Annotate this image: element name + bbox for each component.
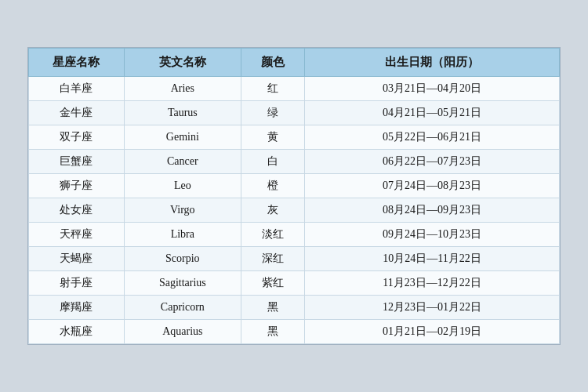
- cell-en: Capricorn: [124, 296, 241, 320]
- cell-date: 05月22日—06月21日: [305, 125, 560, 150]
- cell-en: Aries: [124, 77, 241, 101]
- cell-color: 绿: [241, 101, 304, 125]
- table-row: 白羊座Aries红03月21日—04月20日: [29, 77, 560, 101]
- cell-en: Scorpio: [124, 247, 241, 271]
- cell-zh: 巨蟹座: [29, 150, 125, 174]
- cell-color: 深红: [241, 247, 304, 271]
- table-row: 双子座Gemini黄05月22日—06月21日: [29, 125, 560, 150]
- table-row: 射手座Sagittarius紫红11月23日—12月22日: [29, 271, 560, 296]
- cell-date: 08月24日—09月23日: [305, 198, 560, 223]
- cell-color: 红: [241, 77, 304, 101]
- table-row: 狮子座Leo橙07月24日—08月23日: [29, 174, 560, 198]
- cell-color: 紫红: [241, 271, 304, 296]
- cell-en: Sagittarius: [124, 271, 241, 296]
- cell-zh: 天蝎座: [29, 247, 125, 271]
- cell-color: 黄: [241, 125, 304, 150]
- cell-en: Leo: [124, 174, 241, 198]
- header-zh: 星座名称: [29, 49, 125, 77]
- cell-date: 03月21日—04月20日: [305, 77, 560, 101]
- table-row: 巨蟹座Cancer白06月22日—07月23日: [29, 150, 560, 174]
- cell-en: Virgo: [124, 198, 241, 223]
- cell-en: Taurus: [124, 101, 241, 125]
- table-row: 摩羯座Capricorn黑12月23日—01月22日: [29, 296, 560, 320]
- cell-zh: 摩羯座: [29, 296, 125, 320]
- cell-en: Gemini: [124, 125, 241, 150]
- cell-zh: 天秤座: [29, 223, 125, 247]
- cell-date: 09月24日—10月23日: [305, 223, 560, 247]
- cell-date: 10月24日—11月22日: [305, 247, 560, 271]
- table-row: 天秤座Libra淡红09月24日—10月23日: [29, 223, 560, 247]
- cell-date: 07月24日—08月23日: [305, 174, 560, 198]
- table-header-row: 星座名称 英文名称 颜色 出生日期（阳历）: [29, 49, 560, 77]
- cell-zh: 水瓶座: [29, 320, 125, 344]
- cell-zh: 射手座: [29, 271, 125, 296]
- cell-zh: 金牛座: [29, 101, 125, 125]
- cell-zh: 处女座: [29, 198, 125, 223]
- cell-zh: 白羊座: [29, 77, 125, 101]
- table-row: 金牛座Taurus绿04月21日—05月21日: [29, 101, 560, 125]
- table-row: 处女座Virgo灰08月24日—09月23日: [29, 198, 560, 223]
- cell-color: 淡红: [241, 223, 304, 247]
- zodiac-table: 星座名称 英文名称 颜色 出生日期（阳历） 白羊座Aries红03月21日—04…: [28, 48, 560, 344]
- table-row: 水瓶座Aquarius黑01月21日—02月19日: [29, 320, 560, 344]
- header-en: 英文名称: [124, 49, 241, 77]
- cell-en: Cancer: [124, 150, 241, 174]
- cell-date: 04月21日—05月21日: [305, 101, 560, 125]
- cell-date: 06月22日—07月23日: [305, 150, 560, 174]
- cell-color: 橙: [241, 174, 304, 198]
- table-row: 天蝎座Scorpio深红10月24日—11月22日: [29, 247, 560, 271]
- cell-date: 01月21日—02月19日: [305, 320, 560, 344]
- cell-color: 灰: [241, 198, 304, 223]
- cell-date: 11月23日—12月22日: [305, 271, 560, 296]
- table-body: 白羊座Aries红03月21日—04月20日金牛座Taurus绿04月21日—0…: [29, 77, 560, 344]
- cell-zh: 狮子座: [29, 174, 125, 198]
- cell-color: 黑: [241, 296, 304, 320]
- cell-zh: 双子座: [29, 125, 125, 150]
- cell-date: 12月23日—01月22日: [305, 296, 560, 320]
- zodiac-table-container: 星座名称 英文名称 颜色 出生日期（阳历） 白羊座Aries红03月21日—04…: [27, 47, 561, 345]
- cell-color: 黑: [241, 320, 304, 344]
- cell-color: 白: [241, 150, 304, 174]
- cell-en: Libra: [124, 223, 241, 247]
- header-color: 颜色: [241, 49, 304, 77]
- cell-en: Aquarius: [124, 320, 241, 344]
- header-date: 出生日期（阳历）: [305, 49, 560, 77]
